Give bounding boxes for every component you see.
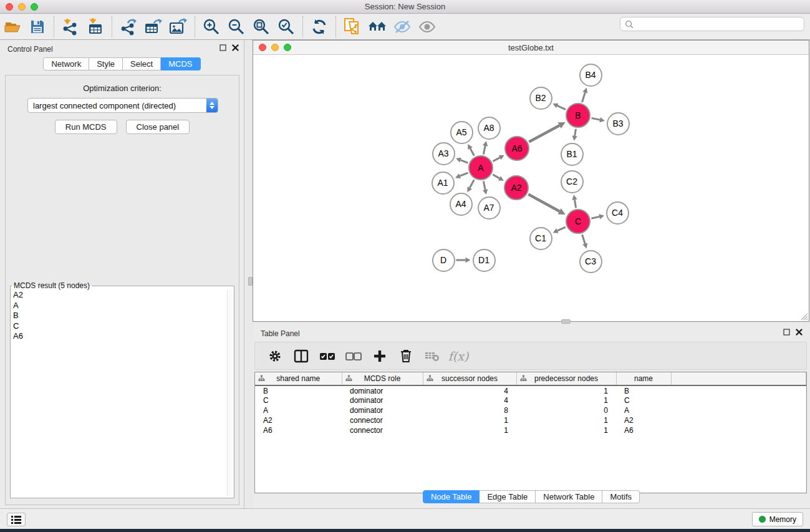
- hide-selected-icon[interactable]: [390, 16, 415, 38]
- network-canvas[interactable]: AA1A3A4A5A7A8A6A2BB1B2B3B4CC1C2C3C4DD1: [253, 55, 809, 321]
- delete-icon[interactable]: [397, 347, 415, 365]
- export-image-icon[interactable]: [166, 16, 191, 38]
- criterion-dropdown[interactable]: largest connected component (directed): [27, 98, 218, 113]
- save-session-icon[interactable]: [25, 16, 50, 38]
- result-item[interactable]: A2: [13, 290, 234, 301]
- column-header-name[interactable]: name: [616, 372, 671, 385]
- memory-button[interactable]: Memory: [752, 512, 803, 526]
- table-row[interactable]: A6connector11A6: [255, 425, 806, 435]
- zoom-selected-icon[interactable]: [274, 16, 299, 38]
- columns-icon[interactable]: [292, 347, 310, 365]
- graph-node-B3[interactable]: B3: [607, 112, 630, 135]
- result-item[interactable]: C: [13, 321, 234, 332]
- deselect-all-icon[interactable]: [345, 347, 362, 365]
- graph-edge-C-C3[interactable]: [582, 235, 588, 248]
- graph-edge-A-A2[interactable]: [493, 175, 504, 181]
- graph-node-A2[interactable]: A2: [504, 175, 529, 200]
- graph-node-A4[interactable]: A4: [450, 193, 473, 216]
- zoom-fit-icon[interactable]: [249, 16, 274, 38]
- zoom-out-icon[interactable]: [224, 16, 249, 38]
- graph-node-A7[interactable]: A7: [478, 196, 501, 220]
- export-network-icon[interactable]: [116, 16, 141, 38]
- result-scrollbar[interactable]: [227, 290, 234, 496]
- add-icon[interactable]: [371, 347, 388, 365]
- close-panel-icon[interactable]: [796, 329, 803, 336]
- graph-edge-A-A4[interactable]: [467, 180, 474, 192]
- graph-node-A8[interactable]: A8: [478, 117, 501, 140]
- tab-style[interactable]: Style: [89, 57, 123, 70]
- graph-node-A6[interactable]: A6: [504, 136, 529, 161]
- graph-node-B1[interactable]: B1: [561, 143, 584, 166]
- graph-node-A3[interactable]: A3: [432, 142, 455, 165]
- first-neighbors-icon[interactable]: [365, 16, 390, 38]
- graph-edge-A-A3[interactable]: [456, 158, 468, 163]
- result-item[interactable]: A6: [13, 331, 234, 342]
- column-header-shared-name[interactable]: shared name: [255, 372, 342, 385]
- graph-node-A1[interactable]: A1: [432, 172, 455, 195]
- graph-node-C1[interactable]: C1: [529, 227, 552, 250]
- close-panel-button[interactable]: Close panel: [126, 120, 190, 134]
- float-panel-icon[interactable]: [783, 329, 790, 336]
- graph-edge-B-B4[interactable]: [582, 88, 587, 102]
- new-network-from-selection-icon[interactable]: [340, 16, 365, 38]
- h-scrollbar-thumb[interactable]: [561, 319, 571, 324]
- graph-node-B2[interactable]: B2: [529, 87, 552, 110]
- graph-edge-B-B3[interactable]: [592, 117, 605, 122]
- function-builder-icon[interactable]: f(x): [450, 347, 467, 365]
- tab-select[interactable]: Select: [123, 57, 161, 70]
- graph-edge-B-B2[interactable]: [552, 104, 566, 110]
- import-network-icon[interactable]: [58, 16, 83, 38]
- graph-node-A5[interactable]: A5: [450, 121, 473, 144]
- refresh-icon[interactable]: [307, 16, 332, 38]
- result-item[interactable]: A: [13, 301, 234, 311]
- column-header-MCDS-role[interactable]: MCDS role: [342, 372, 423, 385]
- tab-motifs[interactable]: Motifs: [602, 490, 640, 503]
- graph-node-C2[interactable]: C2: [561, 170, 584, 193]
- table-row[interactable]: Bdominator41B: [255, 385, 806, 395]
- graph-edge-C-C2[interactable]: [572, 195, 577, 208]
- graph-node-B4[interactable]: B4: [579, 64, 602, 87]
- graph-edge-A-A1[interactable]: [455, 173, 468, 178]
- table-header-row[interactable]: shared nameMCDS rolesuccessor nodesprede…: [255, 372, 806, 385]
- search-input[interactable]: [637, 19, 804, 29]
- run-mcds-button[interactable]: Run MCDS: [55, 120, 117, 134]
- graph-node-C[interactable]: C: [566, 209, 591, 234]
- zoom-in-icon[interactable]: [199, 16, 224, 38]
- graph-edge-A2-C[interactable]: [528, 195, 565, 215]
- delete-table-icon[interactable]: [423, 347, 441, 365]
- search-field[interactable]: [620, 17, 804, 31]
- show-all-icon[interactable]: [415, 16, 440, 38]
- graph-edge-A6-B[interactable]: [529, 122, 565, 142]
- close-panel-icon[interactable]: [232, 44, 239, 51]
- task-history-button[interactable]: [7, 513, 26, 526]
- column-header-successor-nodes[interactable]: successor nodes: [423, 372, 516, 385]
- tab-network[interactable]: Network: [43, 57, 89, 70]
- graph-edge-B-B1[interactable]: [572, 129, 577, 141]
- graph-node-D1[interactable]: D1: [473, 249, 496, 272]
- tab-mcds[interactable]: MCDS: [161, 57, 200, 70]
- result-item[interactable]: B: [13, 311, 234, 321]
- graph-edge-A-A8[interactable]: [483, 141, 488, 154]
- tab-edge-table[interactable]: Edge Table: [480, 490, 536, 503]
- float-panel-icon[interactable]: [219, 44, 226, 51]
- select-all-icon[interactable]: [319, 347, 336, 365]
- graph-edge-D-D1[interactable]: [456, 258, 471, 263]
- export-table-icon[interactable]: [141, 16, 166, 38]
- table-row[interactable]: Adominator80A: [255, 405, 806, 415]
- graph-node-B[interactable]: B: [566, 103, 591, 128]
- graph-edge-A-A5[interactable]: [468, 144, 474, 156]
- graph-edge-A-A7[interactable]: [483, 181, 488, 195]
- table-row[interactable]: Cdominator41C: [255, 395, 806, 405]
- graph-node-A[interactable]: A: [468, 155, 493, 180]
- graph-node-C3[interactable]: C3: [579, 250, 602, 273]
- open-file-icon[interactable]: [0, 16, 25, 38]
- tab-node-table[interactable]: Node Table: [423, 490, 480, 503]
- graph-edge-C-C1[interactable]: [553, 227, 566, 233]
- gear-icon[interactable]: [266, 347, 284, 365]
- graph-edge-A-A6[interactable]: [493, 155, 504, 162]
- tab-network-table[interactable]: Network Table: [536, 490, 602, 503]
- table-row[interactable]: A2connector11A2: [255, 415, 806, 425]
- import-table-icon[interactable]: [83, 16, 108, 38]
- graph-edge-C-C4[interactable]: [591, 214, 604, 219]
- graph-node-C4[interactable]: C4: [606, 201, 629, 225]
